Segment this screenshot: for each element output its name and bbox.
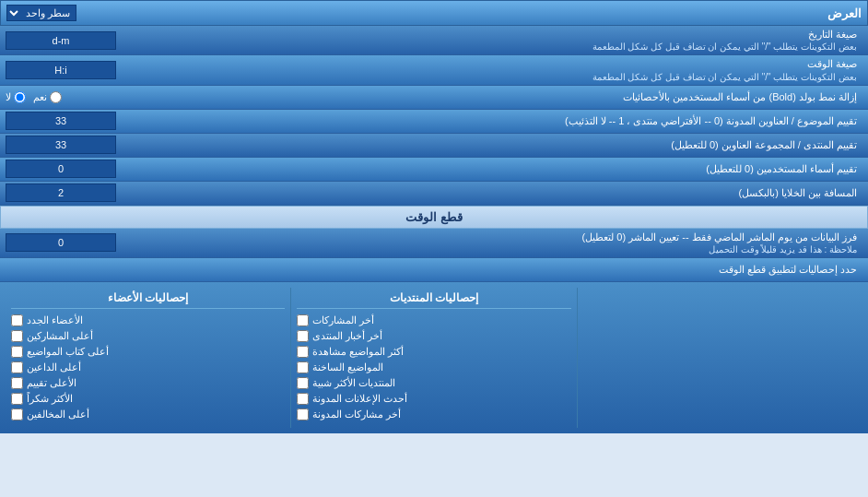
time-cut-input[interactable] [6,233,116,252]
top-callers-label[interactable]: أعلى الداعين [27,361,81,373]
latest-announcements-label[interactable]: أحدث الإعلانات المدونة [312,393,407,405]
checkbox-top-rated: الأعلى تقييم [11,377,285,389]
blog-posts-checkbox[interactable] [297,408,309,420]
checkbox-col-posts: إحصاليات المنتديات أخر المشاركات أخر أخب… [290,288,576,428]
sort-forum-row: تقييم المنتدى / المجموعة العناوين (0 للت… [0,134,868,158]
time-cut-row: فرز البيانات من يوم الماشر الماضي فقط --… [0,229,868,258]
checkbox-new-members: الأعضاء الجدد [11,314,285,326]
most-thanked-label[interactable]: الأكثر شكراً [27,393,73,405]
hot-topics-label[interactable]: المواضيع الساخنة [312,361,383,373]
bold-no-radio[interactable] [14,91,26,103]
date-format-label: صيغة التاريخ بعض التكوينات يتطلب "/" الت… [116,28,862,53]
similar-forums-label[interactable]: المنتديات الأكثر شبية [312,377,395,389]
forum-news-checkbox[interactable] [297,330,309,342]
latest-announcements-checkbox[interactable] [297,393,309,405]
top-control: سطر واحد سطرين ثلاثة أسطر [6,5,76,21]
time-format-input[interactable] [6,61,116,79]
top-topic-writers-label[interactable]: أعلى كتاب المواضيع [27,346,109,358]
top-posters-label[interactable]: أعلى المشاركين [27,330,93,342]
most-thanked-checkbox[interactable] [11,393,23,405]
sort-forum-label: تقييم المنتدى / المجموعة العناوين (0 للت… [116,138,862,151]
sort-topics-row: تقييم الموضوع / العناوين المدونة (0 -- ا… [0,110,868,134]
last-posts-label[interactable]: أخر المشاركات [312,314,374,326]
sort-users-label: تقييم أسماء المستخدمين (0 للتعطيل) [116,162,862,175]
spacing-input[interactable] [6,183,116,202]
spacing-row: المسافة بين الخلايا (بالبكسل) [0,182,868,206]
page-title: العرض [76,6,862,20]
checkbox-top-posters: أعلى المشاركين [11,330,285,342]
checkbox-top-topic-writers: أعلى كتاب المواضيع [11,346,285,358]
sort-users-input[interactable] [6,160,116,178]
members-col-header: إحصاليات الأعضاء [11,291,285,309]
most-viewed-checkbox[interactable] [297,346,309,358]
spacing-label: المسافة بين الخلايا (بالبكسل) [116,186,862,199]
bold-no-label: لا [6,91,11,103]
top-topic-writers-checkbox[interactable] [11,346,23,358]
display-dropdown[interactable]: سطر واحد سطرين ثلاثة أسطر [6,5,76,21]
checkbox-most-viewed: أكثر المواضيع مشاهدة [297,346,570,358]
main-container: العرض سطر واحد سطرين ثلاثة أسطر صيغة الت… [0,0,868,433]
sort-users-row: تقييم أسماء المستخدمين (0 للتعطيل) [0,158,868,182]
bold-no-option[interactable]: لا [6,91,26,103]
top-violators-checkbox[interactable] [11,408,23,420]
checkbox-top-callers: أعلى الداعين [11,361,285,373]
checkbox-latest-announcements: أحدث الإعلانات المدونة [297,393,570,405]
bold-yes-radio[interactable] [50,91,62,103]
checkboxes-container: إحصاليات المنتديات أخر المشاركات أخر أخب… [0,282,868,433]
sort-forum-input[interactable] [6,136,116,154]
stats-limit-label: حدد إحصاليات لتطبيق قطع الوقت [6,264,862,276]
top-callers-checkbox[interactable] [11,361,23,373]
hot-topics-checkbox[interactable] [297,361,309,373]
checkbox-col-members: إحصاليات الأعضاء الأعضاء الجدد أعلى المش… [6,288,290,428]
checkbox-forum-news: أخر أخبار المنتدى [297,330,570,342]
posts-col-header: إحصاليات المنتديات [297,291,570,309]
date-format-row: صيغة التاريخ بعض التكوينات يتطلب "/" الت… [0,26,868,55]
top-violators-label[interactable]: أعلى المخالفين [27,408,89,420]
top-posters-checkbox[interactable] [11,330,23,342]
checkbox-col-right [577,288,862,428]
most-viewed-label[interactable]: أكثر المواضيع مشاهدة [312,346,404,358]
last-posts-checkbox[interactable] [297,314,309,326]
similar-forums-checkbox[interactable] [297,377,309,389]
bold-remove-label: إزالة نمط بولد (Bold) من أسماء المستخدمي… [62,91,862,103]
forum-news-label[interactable]: أخر أخبار المنتدى [312,330,382,342]
time-cut-label: فرز البيانات من يوم الماشر الماضي فقط --… [116,231,862,255]
checkbox-most-thanked: الأكثر شكراً [11,393,285,405]
section-header-time-cut: قطع الوقت [0,206,868,229]
new-members-label[interactable]: الأعضاء الجدد [27,314,83,326]
bold-remove-row: إزالة نمط بولد (Bold) من أسماء المستخدمي… [0,86,868,110]
checkbox-similar-forums: المنتديات الأكثر شبية [297,377,570,389]
date-format-input[interactable] [6,31,116,50]
new-members-checkbox[interactable] [11,314,23,326]
bold-remove-options: نعم لا [6,91,62,103]
checkbox-blog-posts: أخر مشاركات المدونة [297,408,570,420]
checkbox-last-posts: أخر المشاركات [297,314,570,326]
stats-limit-row: حدد إحصاليات لتطبيق قطع الوقت [0,258,868,282]
checkbox-hot-topics: المواضيع الساخنة [297,361,570,373]
sort-topics-input[interactable] [6,112,116,130]
time-format-row: صيغة الوقت بعض التكوينات يتطلب "/" التي … [0,55,868,85]
blog-posts-label[interactable]: أخر مشاركات المدونة [312,408,401,420]
top-row: العرض سطر واحد سطرين ثلاثة أسطر [0,0,868,26]
time-format-label: صيغة الوقت بعض التكوينات يتطلب "/" التي … [116,57,862,82]
top-rated-checkbox[interactable] [11,377,23,389]
checkbox-top-violators: أعلى المخالفين [11,408,285,420]
sort-topics-label: تقييم الموضوع / العناوين المدونة (0 -- ا… [116,114,862,127]
bold-yes-option[interactable]: نعم [33,91,62,103]
top-rated-label[interactable]: الأعلى تقييم [27,377,76,389]
bold-yes-label: نعم [33,91,47,103]
